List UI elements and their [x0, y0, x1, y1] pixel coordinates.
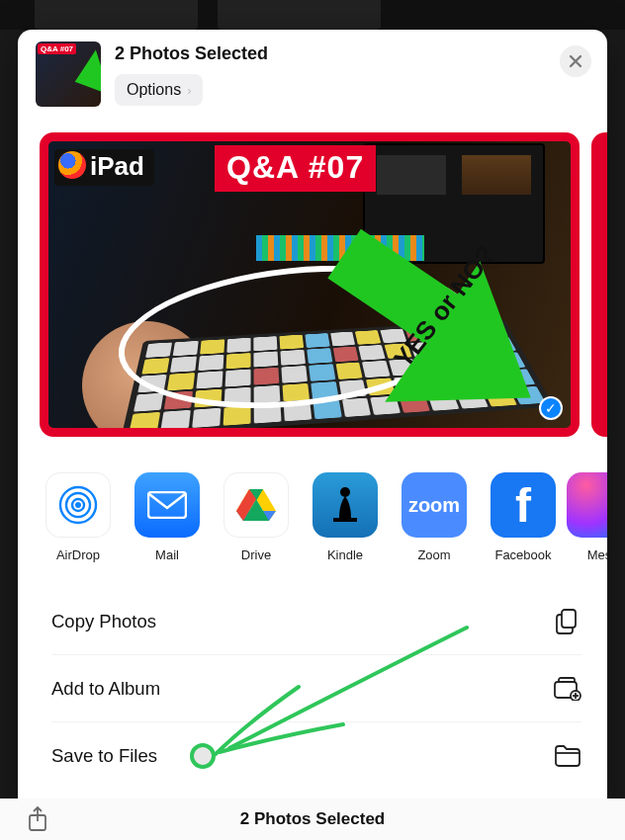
folder-icon — [554, 742, 581, 770]
svg-point-10 — [340, 487, 350, 497]
chevron-right-icon: › — [187, 83, 191, 98]
share-app-messenger[interactable]: Mes — [580, 472, 607, 562]
share-apps-row[interactable]: AirDrop Mail Drive Kindle zoom Zoom f F — [18, 443, 607, 572]
options-label: Options — [127, 81, 181, 99]
svg-point-3 — [75, 502, 81, 508]
footer-selection-count: 2 Photos Selected — [240, 809, 385, 829]
action-label: Save to Files — [51, 745, 157, 767]
action-label: Add to Album — [51, 678, 160, 700]
selected-checkmark-icon[interactable]: ✓ — [539, 396, 563, 420]
share-app-zoom[interactable]: zoom Zoom — [402, 472, 467, 562]
app-label: Mail — [155, 547, 179, 562]
share-sheet-header: Q&A #07 2 Photos Selected Options › — [18, 30, 607, 113]
thumb-badge: Q&A #07 — [38, 43, 76, 54]
airdrop-icon — [45, 472, 111, 538]
zoom-icon: zoom — [402, 472, 467, 538]
share-icon[interactable] — [28, 807, 47, 831]
messenger-icon — [567, 472, 607, 538]
annotation-target-ring — [190, 743, 216, 769]
share-sheet: Q&A #07 2 Photos Selected Options › YES … — [18, 30, 607, 810]
copy-icon — [554, 608, 581, 635]
app-label: Facebook — [494, 547, 551, 562]
app-label: Mes — [587, 547, 607, 562]
share-app-airdrop[interactable]: AirDrop — [45, 472, 111, 562]
preview-qa-badge: Q&A #07 — [215, 145, 376, 192]
background-toolbar: 2 Photos Selected — [0, 798, 625, 840]
actions-list: Copy Photos Add to Album Save to Files — [18, 572, 607, 790]
kindle-icon — [312, 472, 378, 538]
svg-rect-4 — [148, 492, 186, 518]
options-button[interactable]: Options › — [115, 74, 203, 106]
preview-photo-1[interactable]: YES or NO? iPad Q&A #07 ✓ — [40, 132, 580, 437]
app-label: Zoom — [417, 547, 450, 562]
share-app-kindle[interactable]: Kindle — [312, 472, 378, 562]
album-add-icon — [554, 675, 581, 703]
action-label: Copy Photos — [51, 611, 156, 632]
close-button[interactable] — [560, 45, 591, 77]
preview-carousel[interactable]: YES or NO? iPad Q&A #07 ✓ — [18, 113, 607, 443]
drive-icon — [223, 472, 289, 538]
share-app-mail[interactable]: Mail — [134, 472, 200, 562]
svg-rect-11 — [333, 518, 357, 522]
share-app-facebook[interactable]: f Facebook — [491, 472, 556, 562]
app-label: Kindle — [327, 547, 363, 562]
davinci-logo-icon — [58, 151, 86, 179]
facebook-icon: f — [491, 472, 556, 538]
selection-title: 2 Photos Selected — [115, 43, 546, 64]
app-label: AirDrop — [56, 547, 100, 562]
action-copy-photos[interactable]: Copy Photos — [51, 588, 581, 655]
mail-icon — [134, 472, 200, 538]
header-thumbnail[interactable]: Q&A #07 — [36, 42, 101, 107]
action-add-to-album[interactable]: Add to Album — [51, 655, 581, 722]
preview-photo-2[interactable] — [591, 132, 607, 437]
svg-rect-12 — [562, 610, 576, 628]
close-icon — [569, 54, 582, 68]
app-label: Drive — [241, 547, 271, 562]
background-photo-grid — [0, 0, 625, 30]
action-save-to-files[interactable]: Save to Files — [51, 722, 581, 790]
share-app-drive[interactable]: Drive — [223, 472, 289, 562]
